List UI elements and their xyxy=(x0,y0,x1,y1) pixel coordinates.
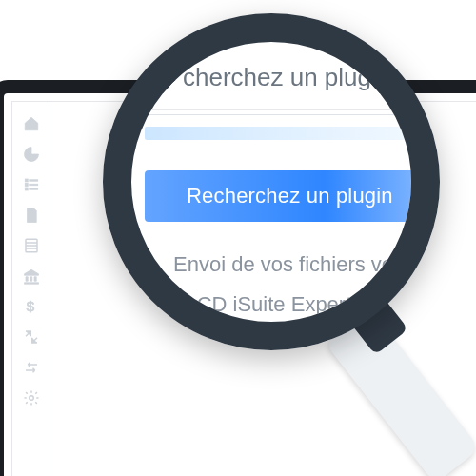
svg-rect-1 xyxy=(29,180,37,182)
svg-point-11 xyxy=(29,396,33,401)
svg-rect-3 xyxy=(29,184,37,186)
document-icon[interactable] xyxy=(23,207,40,224)
pie-chart-icon[interactable] xyxy=(23,146,40,163)
svg-text:$: $ xyxy=(26,298,34,314)
sidebar: $ xyxy=(12,102,50,476)
magnifier-rim xyxy=(103,13,440,350)
swap-icon[interactable] xyxy=(23,359,40,376)
export-icon[interactable] xyxy=(23,328,40,346)
gear-icon[interactable] xyxy=(23,389,40,407)
magnifier: cherchez un plugin Recherchez un plugin … xyxy=(103,13,440,350)
svg-rect-2 xyxy=(25,184,28,187)
svg-rect-0 xyxy=(25,179,28,182)
dollar-icon[interactable]: $ xyxy=(23,298,40,315)
svg-rect-4 xyxy=(25,188,28,190)
svg-rect-5 xyxy=(29,188,37,190)
home-icon[interactable] xyxy=(23,115,40,132)
ledger-icon[interactable] xyxy=(23,237,40,254)
checklist-icon[interactable] xyxy=(23,176,40,193)
bank-icon[interactable] xyxy=(23,268,40,285)
